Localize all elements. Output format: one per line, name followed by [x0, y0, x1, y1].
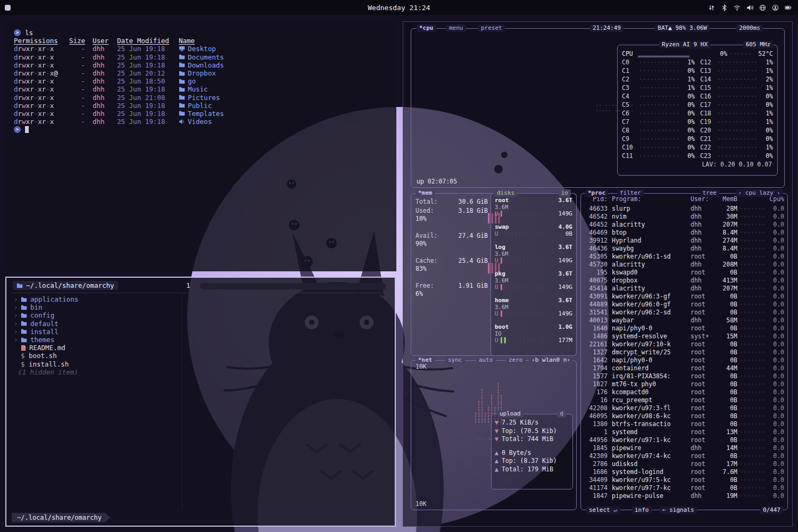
- process-row[interactable]: 2786udisksdroot17M·······0.0: [583, 460, 785, 468]
- btop-window[interactable]: *cpu menu preset 21:24:49 BAT▲ 98% 3.06W…: [403, 21, 793, 527]
- file-row[interactable]: ›themes: [12, 336, 389, 344]
- pane-divider: [182, 294, 182, 510]
- process-row[interactable]: 22161kworker/u97:10-kroot0B·······0.0: [583, 340, 785, 348]
- process-row[interactable]: 44956kworker/u97:1-kcroot0B·······0.0: [583, 436, 785, 444]
- file-row[interactable]: ›applications: [12, 295, 389, 303]
- sort-selector[interactable]: ‹ cpu lazy ›: [736, 189, 783, 197]
- net-tab[interactable]: *net: [415, 356, 435, 364]
- volume-icon[interactable]: [746, 4, 753, 11]
- core-meter: ··················: [717, 135, 757, 143]
- core-name: C13: [700, 66, 715, 75]
- info-button[interactable]: info: [632, 506, 652, 514]
- core-percent: 0%: [681, 126, 695, 135]
- bluetooth-icon[interactable]: [721, 4, 728, 11]
- process-row[interactable]: 46469btopdhh8.4M·······0.0: [583, 229, 785, 237]
- file-row[interactable]: ›config: [12, 311, 389, 319]
- disks-tab[interactable]: disks: [494, 189, 517, 197]
- file-manager-header: ~/.local/share/omarchy 1: [12, 280, 389, 293]
- process-row[interactable]: 42208kworker/u97:3-flroot0B·······0.0: [583, 404, 785, 412]
- net-zero-button[interactable]: zero: [506, 356, 526, 364]
- process-row[interactable]: 46542nvimdhh30M·······0.0: [583, 213, 785, 221]
- prompt-line[interactable]: >: [14, 126, 388, 134]
- proc-tab[interactable]: *proc: [585, 189, 608, 197]
- process-row[interactable]: 42309kworker/u97:4-kcroot0B·······0.0: [583, 452, 785, 460]
- net-interface[interactable]: ‹b wlan0 n›: [529, 356, 573, 364]
- process-row[interactable]: 41174kworker/u97:7-kcroot0B·······0.0: [583, 484, 785, 492]
- process-row[interactable]: 16rcu_preemptroot0B·······0.0: [583, 396, 785, 404]
- process-row[interactable]: 40075dropboxdhh413M·······0.0: [583, 277, 785, 285]
- file-row[interactable]: $install.sh: [12, 360, 389, 368]
- update-interval[interactable]: 2000ms: [736, 24, 763, 32]
- proc-cpu: 0.0: [769, 325, 784, 332]
- pid: 40075: [584, 277, 608, 285]
- account-icon[interactable]: [772, 4, 779, 11]
- process-row[interactable]: 1847pipewire-pulsedhh19M·······0.0: [583, 492, 785, 500]
- stat-meter: ············: [435, 290, 488, 298]
- mem-tab[interactable]: *mem: [415, 189, 435, 197]
- file-row[interactable]: ›bin: [12, 303, 389, 311]
- process-row[interactable]: 31541kworker/u96:2-sdroot0B·······0.0: [583, 309, 785, 317]
- process-row[interactable]: 44889kworker/u96:0-gfroot0B·······0.0: [583, 301, 785, 309]
- process-row[interactable]: 1794containerdroot44M·······0.0: [583, 364, 785, 372]
- disk-used-amount: 0B: [566, 230, 572, 237]
- process-row[interactable]: 45305kworker/u96:1-sdroot0B·······0.0: [583, 253, 785, 261]
- file-row[interactable]: README.md: [12, 344, 389, 352]
- io-tab[interactable]: io: [559, 189, 571, 197]
- file-row[interactable]: $boot.sh: [12, 352, 389, 360]
- proc-meter: ·······: [739, 492, 767, 500]
- proc-cpu: 0.0: [769, 476, 784, 484]
- process-row[interactable]: 1827mt76-tx phy0root0B·······0.0: [583, 380, 785, 388]
- process-row[interactable]: 45730alacrittydhh208M·······0.0: [583, 261, 785, 269]
- desktop: Wednesday 21:24 > ls PermissionsSizeUser…: [0, 0, 798, 532]
- process-row[interactable]: 176kcompactd0root0B·······0.0: [583, 388, 785, 396]
- process-row[interactable]: 46436swaybgdhh8.4M·······0.0: [583, 245, 785, 253]
- process-row[interactable]: 1642napi/phy0-0root0B·······0.0: [583, 356, 785, 364]
- proc-mem: 7.6M: [716, 468, 737, 476]
- process-row[interactable]: 46095kworker/u98:6-kcroot0B·······0.0: [583, 412, 785, 420]
- arrows-icon[interactable]: [708, 4, 715, 11]
- cpu-tab[interactable]: *cpu: [417, 24, 436, 32]
- process-row[interactable]: 45414alacrittydhh207M·······0.0: [583, 285, 785, 293]
- download-key[interactable]: d: [557, 410, 566, 418]
- filter-button[interactable]: filter: [617, 189, 644, 197]
- globe-icon[interactable]: [759, 4, 766, 11]
- cpu-panel: *cpu menu preset 21:24:49 BAT▲ 98% 3.06W…: [411, 28, 785, 188]
- select-button[interactable]: select ↵: [586, 506, 620, 514]
- terminal-window[interactable]: > ls PermissionsSizeUserDate ModifiedNam…: [5, 21, 396, 271]
- file-row[interactable]: ›install: [12, 328, 389, 336]
- process-row[interactable]: 40013waybardhh58M·······0.0: [583, 317, 785, 325]
- process-row[interactable]: 1systemdroot13M·······0.0: [583, 428, 785, 436]
- battery-icon[interactable]: [785, 4, 792, 11]
- wifi-icon[interactable]: [734, 4, 741, 11]
- proc-cpu: 0.0: [769, 205, 784, 213]
- process-row[interactable]: 195kswapd0root0B·······0.0: [583, 269, 785, 277]
- process-row[interactable]: 34409kworker/u97:5-kcroot0B·······0.0: [583, 476, 785, 484]
- process-row[interactable]: 46452alacrittydhh207M·······0.0: [583, 221, 785, 229]
- disk-usage-bar: ▌▌▏▏▏▏▏▏▏▏▏▏: [501, 337, 556, 344]
- process-row[interactable]: 39912Hyprlanddhh274M·······0.0: [583, 237, 785, 245]
- net-auto-button[interactable]: auto: [476, 356, 496, 364]
- process-row[interactable]: 1380btrfs-transactioroot0B·······0.0: [583, 420, 785, 428]
- process-row[interactable]: 1486systemd-resolvesyst+15M·······0.0: [583, 332, 785, 340]
- core-cell: C19··················1%: [700, 118, 773, 126]
- workspace-indicator[interactable]: [5, 5, 11, 11]
- file-manager-window[interactable]: ~/.local/share/omarchy 1 ›applications›b…: [5, 277, 396, 527]
- process-row[interactable]: 1845pipewiredhh14M·······0.0: [583, 444, 785, 452]
- proc-user: dhh: [691, 492, 716, 500]
- preset-button[interactable]: preset: [478, 24, 505, 32]
- process-row[interactable]: 1686systemd-logindroot7.6M·······0.0: [583, 468, 785, 476]
- process-row[interactable]: 43091kworker/u96:3-gfroot0B·······0.0: [583, 293, 785, 301]
- pid: 1: [584, 428, 608, 436]
- menu-button[interactable]: menu: [446, 24, 466, 32]
- process-row[interactable]: 46633slurpdhh28M·······0.0: [583, 205, 785, 213]
- file-row[interactable]: ›default: [12, 320, 389, 328]
- process-row[interactable]: 1577irq/81-PIXA3854:root0B·······0.0: [583, 372, 785, 380]
- signals-button[interactable]: ← signals: [660, 506, 697, 514]
- net-sync-button[interactable]: sync: [445, 356, 465, 364]
- upload-tab[interactable]: upload: [497, 410, 523, 418]
- column-header: Size: [67, 37, 85, 45]
- used-label: U: [495, 230, 498, 237]
- process-row[interactable]: 1640napi/phy0-0root0B·······0.0: [583, 325, 785, 332]
- process-row[interactable]: 1327dmcrypt_write/25root0B·······0.0: [583, 348, 785, 356]
- tree-button[interactable]: tree: [700, 189, 720, 197]
